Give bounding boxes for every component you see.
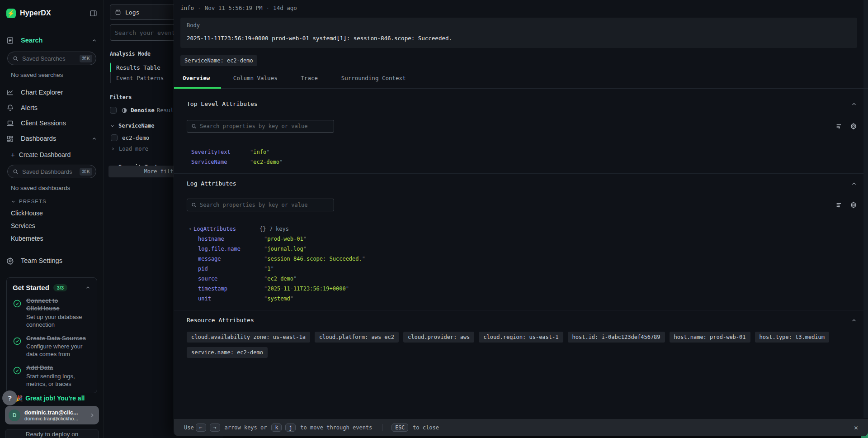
property-search-field[interactable] [200, 123, 330, 129]
gear-icon[interactable] [850, 123, 857, 130]
attribute-value[interactable]: journal.log [264, 246, 307, 252]
get-started-step[interactable]: Add Data Start sending logs, metrics, or… [13, 364, 91, 388]
get-started-step[interactable]: Create Data Sources Configure where your… [13, 335, 91, 359]
chevron-up-icon[interactable] [85, 285, 91, 290]
resource-attribute-pill[interactable]: host.type: t3.medium [755, 332, 830, 343]
tab-surrounding-context[interactable]: Surrounding Context [341, 75, 406, 81]
preset-item[interactable]: Kubernetes [11, 235, 97, 242]
section-top-level-attributes: Top Level Attributes [187, 100, 857, 107]
gear-icon[interactable] [850, 201, 857, 209]
resource-attribute-pill[interactable]: cloud.platform: aws_ec2 [315, 332, 399, 343]
attribute-value[interactable]: prod-web-01 [264, 236, 307, 242]
attribute-row[interactable]: timestamp 2025-11-11T23:56:19+0000 [187, 284, 857, 294]
attribute-row[interactable]: pid 1 [187, 264, 857, 274]
resource-attribute-pill[interactable]: cloud.region: us-east-1 [479, 332, 563, 343]
attribute-key[interactable]: unit [198, 295, 264, 302]
filter-lines-icon[interactable] [835, 123, 843, 130]
chevron-up-icon[interactable] [851, 317, 857, 324]
get-started-step[interactable]: Connect to ClickHouse Set up your databa… [13, 297, 91, 329]
attribute-row[interactable]: unit systemd [187, 294, 857, 304]
attribute-value[interactable]: session-846.scope: Succeeded. [264, 256, 365, 262]
resource-attribute-pill[interactable]: cloud.provider: aws [403, 332, 474, 343]
attribute-key[interactable]: SeverityText [191, 149, 250, 155]
attribute-value[interactable]: ec2-demo [264, 276, 297, 282]
attribute-key[interactable]: message [198, 256, 264, 262]
preset-item[interactable]: ClickHouse [11, 209, 97, 217]
event-header: info · Nov 11 5:56:19 PM · 14d ago [180, 5, 868, 11]
resource-attribute-pill[interactable]: host.id: i-0abc123def456789 [568, 332, 665, 343]
sidebar-item-dashboards[interactable]: Dashboards [6, 133, 97, 143]
attribute-row[interactable]: log.file.name journal.log [187, 244, 857, 254]
check-circle-icon [13, 366, 22, 375]
close-icon[interactable]: ✕ [854, 424, 858, 432]
attribute-key[interactable]: pid [198, 266, 264, 272]
checkbox[interactable] [110, 107, 117, 114]
get-started-card: Get Started 3/3 Connect to ClickHouse Se… [6, 277, 97, 393]
section-divider [174, 310, 868, 310]
get-started-progress-badge: 3/3 [53, 284, 67, 291]
resource-attribute-pill[interactable]: service.name: ec2-demo [187, 347, 268, 358]
laptop-icon [6, 119, 14, 127]
chevron-up-icon[interactable] [851, 181, 857, 187]
tab-trace[interactable]: Trace [301, 75, 318, 81]
attribute-key[interactable]: ServiceName [191, 159, 250, 165]
presets-toggle[interactable]: PRESETS [11, 199, 97, 204]
sidebar-item-client-sessions[interactable]: Client Sessions [6, 118, 97, 128]
shortcut-badge: ⌘K [80, 55, 92, 62]
sidebar-item-alerts[interactable]: Alerts [6, 103, 97, 113]
deploy-banner[interactable]: Ready to deploy on [5, 429, 99, 438]
collapse-sidebar-icon[interactable] [90, 10, 97, 17]
attribute-row[interactable]: hostname prod-web-01 [187, 234, 857, 244]
attribute-value[interactable]: ec2-demo [250, 159, 283, 165]
sidebar-item-team-settings[interactable]: Team Settings [6, 256, 97, 266]
log-attributes-root[interactable]: ▾ LogAttributes {} 7 keys [187, 224, 857, 234]
sidebar-item-search[interactable]: Search [6, 35, 97, 45]
attribute-row[interactable]: source ec2-demo [187, 274, 857, 284]
resource-attribute-pill[interactable]: host.name: prod-web-01 [670, 332, 750, 343]
event-detail-panel: info · Nov 11 5:56:19 PM · 14d ago Body … [174, 0, 868, 436]
chevron-up-icon[interactable] [91, 38, 97, 43]
chevron-up-icon[interactable] [851, 101, 857, 107]
attribute-value[interactable]: systemd [264, 295, 293, 302]
attribute-key[interactable]: hostname [198, 236, 264, 242]
user-name: dominic.tran@clic... [24, 409, 78, 416]
filter-lines-icon[interactable] [835, 201, 843, 209]
attribute-row[interactable]: ServiceName ec2-demo [187, 157, 857, 167]
tab-overview[interactable]: Overview [183, 75, 210, 81]
scrollbar[interactable] [863, 0, 868, 418]
logs-source-icon [115, 9, 121, 15]
chevron-up-icon[interactable] [91, 136, 97, 142]
avatar: D [9, 409, 20, 421]
check-circle-icon [13, 337, 22, 346]
triangle-down-icon[interactable]: ▾ [189, 227, 193, 231]
attribute-value[interactable]: info [250, 149, 269, 155]
attribute-row[interactable]: SeverityText info [187, 147, 857, 157]
create-dashboard-button[interactable]: + Create Dashboard [11, 151, 97, 158]
saved-dashboards-field[interactable] [22, 168, 80, 175]
attribute-key[interactable]: log.file.name [198, 246, 264, 252]
attribute-row[interactable]: message session-846.scope: Succeeded. [187, 254, 857, 264]
help-button[interactable]: ? [2, 390, 17, 405]
saved-searches-input[interactable]: ⌘K [7, 52, 96, 65]
attribute-value[interactable]: 2025-11-11T23:56:19+0000 [264, 286, 349, 292]
contrast-icon [121, 107, 127, 114]
property-search-field[interactable] [200, 202, 330, 208]
attribute-key[interactable]: timestamp [198, 286, 264, 292]
property-search[interactable] [187, 120, 334, 133]
attribute-value[interactable]: 1 [264, 266, 274, 272]
active-tab-indicator [174, 87, 221, 89]
attribute-key[interactable]: source [198, 276, 264, 282]
severity-text: info [180, 5, 194, 11]
resource-attributes-pills: cloud.availability_zone: us-east-1acloud… [187, 332, 857, 358]
saved-searches-field[interactable] [22, 55, 80, 62]
resource-attribute-pill[interactable]: cloud.availability_zone: us-east-1a [187, 332, 310, 343]
property-search[interactable] [187, 199, 334, 211]
tab-column-values[interactable]: Column Values [233, 75, 278, 81]
checkbox[interactable] [111, 134, 118, 141]
preset-item[interactable]: Services [11, 222, 97, 229]
user-menu[interactable]: D dominic.tran@clic... dominic.tran@clic… [5, 406, 99, 424]
sidebar-item-chart-explorer[interactable]: Chart Explorer [6, 87, 97, 97]
sidebar-item-label: Alerts [21, 104, 38, 111]
saved-dashboards-input[interactable]: ⌘K [7, 165, 96, 178]
service-name-tag[interactable]: ServiceName: ec2-demo [180, 55, 257, 66]
